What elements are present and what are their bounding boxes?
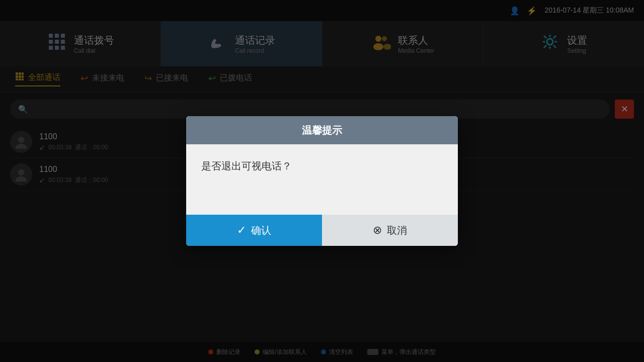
modal-overlay: 温馨提示 是否退出可视电话？ ✓ 确认 ⊗ 取消 (0, 0, 644, 362)
cancel-icon: ⊗ (373, 224, 382, 237)
modal-title: 温馨提示 (302, 124, 342, 137)
modal-message: 是否退出可视电话？ (201, 160, 292, 171)
modal-dialog: 温馨提示 是否退出可视电话？ ✓ 确认 ⊗ 取消 (186, 116, 458, 246)
modal-header: 温馨提示 (186, 116, 458, 144)
modal-confirm-button[interactable]: ✓ 确认 (186, 215, 322, 246)
modal-body: 是否退出可视电话？ (186, 144, 458, 215)
confirm-label: 确认 (251, 224, 271, 237)
cancel-label: 取消 (387, 224, 407, 237)
modal-cancel-button[interactable]: ⊗ 取消 (322, 215, 458, 246)
confirm-icon: ✓ (237, 224, 246, 237)
modal-buttons: ✓ 确认 ⊗ 取消 (186, 215, 458, 246)
